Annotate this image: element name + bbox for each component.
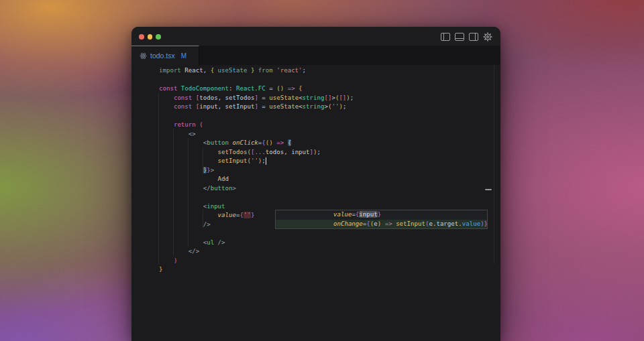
- code-line[interactable]: </button>: [159, 184, 500, 194]
- code-token: />: [214, 239, 225, 246]
- code-token: [159, 94, 174, 101]
- code-token: Add: [159, 176, 229, 182]
- code-line[interactable]: setInput('');: [159, 157, 500, 166]
- code-line[interactable]: }}>: [159, 166, 500, 176]
- code-line[interactable]: const [input, setInput] = useState<strin…: [159, 103, 500, 112]
- layout-sidebar-right-icon[interactable]: [469, 33, 478, 41]
- tab-bar: todo.tsx M: [131, 46, 500, 66]
- code-line[interactable]: </>: [159, 247, 500, 257]
- code-token: value: [333, 211, 352, 218]
- code-line[interactable]: import React, { useState } from 'react';: [159, 66, 500, 76]
- code-token: setInput: [218, 157, 248, 164]
- code-token: target: [436, 220, 458, 227]
- traffic-lights: [139, 34, 161, 40]
- code-token: ): [159, 257, 177, 264]
- code-line[interactable]: [159, 193, 500, 202]
- settings-gear-icon[interactable]: [483, 32, 492, 42]
- code-token: ul: [207, 239, 214, 246]
- code-token: }: [247, 67, 254, 74]
- code-token: todos: [266, 149, 284, 155]
- code-token: {: [211, 67, 218, 74]
- react-atom-icon: [140, 52, 147, 60]
- code-token: const: [174, 94, 196, 101]
- code-token: setTodos: [225, 94, 255, 101]
- code-token: input: [199, 103, 217, 110]
- code-token: ;: [317, 149, 321, 155]
- code-token: [159, 149, 218, 155]
- code-token: useState: [269, 94, 299, 101]
- tab-label: todo.tsx: [150, 52, 175, 60]
- code-line[interactable]: const TodoComponent: React.FC = () => {: [159, 84, 500, 94]
- code-token: [159, 103, 174, 110]
- close-button[interactable]: [139, 34, 144, 40]
- code-line[interactable]: Add: [159, 175, 500, 184]
- code-token: button: [211, 185, 233, 192]
- code-token: <: [159, 239, 207, 246]
- code-token: React: [184, 67, 203, 74]
- zoom-button[interactable]: [156, 34, 161, 40]
- code-line[interactable]: [159, 76, 500, 85]
- code-token: [159, 212, 218, 218]
- code-token: button: [207, 139, 232, 146]
- code-token: <>: [159, 131, 196, 137]
- code-token: input: [359, 211, 377, 218]
- layout-panel-bottom-icon[interactable]: [455, 33, 464, 41]
- code-line[interactable]: const [todos, setTodos] = useState<strin…: [159, 94, 500, 103]
- code-token: >: [211, 167, 214, 174]
- code-token: =: [266, 85, 276, 92]
- code-token: []: [339, 94, 346, 101]
- code-token: }: [484, 220, 488, 227]
- code-token: ,: [284, 149, 291, 155]
- code-token: const: [174, 103, 196, 110]
- code-token: (): [266, 139, 273, 146]
- code-token: input: [291, 149, 309, 155]
- layout-sidebar-left-icon[interactable]: [441, 33, 450, 41]
- code-line[interactable]: [159, 112, 500, 121]
- code-token: }: [251, 212, 254, 218]
- code-token: </>: [159, 248, 199, 255]
- code-token: ,: [218, 94, 225, 101]
- code-line[interactable]: <button onClick={() => {: [159, 139, 500, 148]
- code-token: =>: [273, 139, 288, 146]
- code-line[interactable]: setTodos([...todos, input]);: [159, 148, 500, 157]
- code-line[interactable]: <ul />: [159, 238, 500, 248]
- minimize-button[interactable]: [148, 34, 153, 40]
- code-token: (: [199, 121, 203, 128]
- code-token: =: [258, 103, 269, 110]
- code-token: useState: [269, 103, 299, 110]
- code-line[interactable]: ): [159, 257, 500, 266]
- code-editor[interactable]: import React, { useState } from 'react';…: [131, 65, 500, 341]
- inline-suggestion-box[interactable]: value={input}onChange={(e) => setInput(e…: [275, 210, 488, 229]
- code-token: <: [159, 203, 207, 210]
- suggestion-row-added: onChange={(e) => setInput(e.target.value…: [276, 220, 487, 229]
- code-line[interactable]: [159, 229, 500, 238]
- text-cursor: [266, 157, 267, 165]
- code-token: TodoComponent: [181, 85, 229, 92]
- code-token: />: [159, 221, 211, 228]
- code-token: =>: [381, 220, 396, 227]
- code-token: onClick: [233, 139, 258, 146]
- code-token: from: [254, 67, 276, 74]
- code-token: setInput: [396, 220, 425, 227]
- code-token: []: [324, 94, 331, 101]
- code-token: ,: [218, 103, 225, 110]
- code-line[interactable]: }: [159, 265, 500, 275]
- code-token: setInput: [225, 103, 255, 110]
- code-token: return: [174, 121, 199, 128]
- code-token: '': [331, 103, 339, 110]
- code-token: =>: [284, 85, 299, 92]
- code-token: React.FC: [236, 85, 266, 92]
- code-token: const: [159, 85, 181, 92]
- code-token: value: [462, 220, 480, 227]
- code-line[interactable]: <>: [159, 130, 500, 139]
- code-line[interactable]: return (: [159, 121, 500, 130]
- code-token: :: [229, 85, 236, 92]
- app-window: todo.tsx M import React, { useState } fr…: [131, 27, 500, 341]
- code-token: todos: [199, 94, 217, 101]
- code-token: setTodos: [218, 149, 248, 155]
- tab-todo-tsx[interactable]: todo.tsx M: [131, 46, 199, 65]
- suggestion-row-context: value={input}: [276, 210, 487, 220]
- code-token: '': [251, 157, 258, 164]
- code-lines: import React, { useState } from 'react';…: [159, 66, 500, 275]
- code-token: >: [233, 185, 236, 192]
